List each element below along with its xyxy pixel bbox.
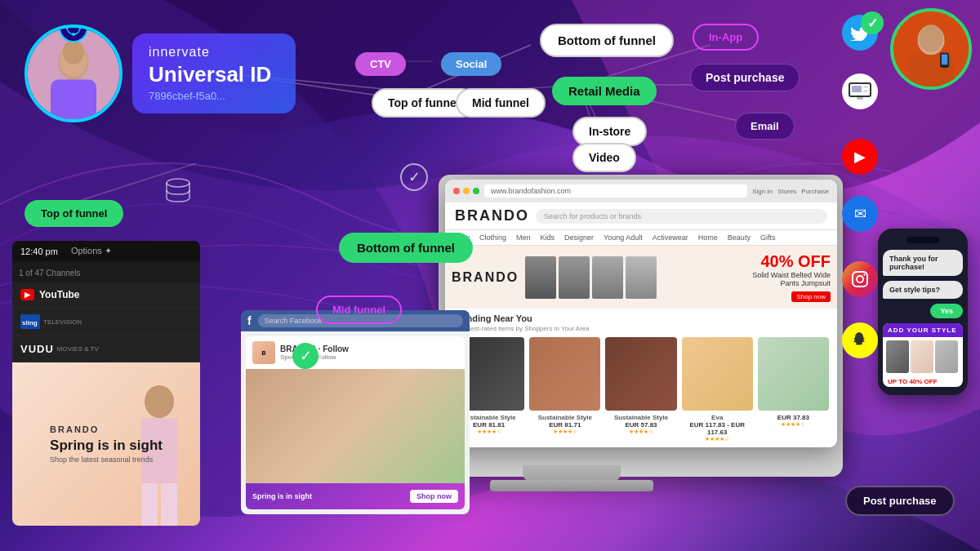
tv-app-vudu[interactable]: VUDU MOVIES & TV <box>12 336 200 362</box>
man-avatar-image <box>893 8 969 90</box>
svg-text:sling: sling <box>22 319 38 327</box>
nav-home[interactable]: Home <box>698 233 718 242</box>
mid-funnel-badge-label: Mid funnel <box>316 295 402 324</box>
id-hash: 7896cbef-f5a0... <box>149 90 279 102</box>
svg-rect-28 <box>141 483 158 526</box>
browser-actions: Sign InStoresPurchase <box>752 188 829 195</box>
nav-kids[interactable]: Kids <box>541 233 555 242</box>
tv-ad-image: BRANDO Spring is in sight Shop the lates… <box>12 362 200 526</box>
close-dot <box>453 188 460 194</box>
banner-img-1 <box>525 256 556 299</box>
instagram-icon[interactable] <box>842 261 878 297</box>
youtube-icon-wrapper[interactable]: ▶ <box>842 139 878 175</box>
nav-designer[interactable]: Designer <box>564 233 594 242</box>
svg-point-21 <box>63 40 84 64</box>
svg-point-14 <box>72 33 75 36</box>
trend-price-2: EUR 81.71 <box>529 421 600 429</box>
post-purchase-top-bubble: Post purchase <box>690 64 800 91</box>
trend-img-4 <box>682 337 753 411</box>
trend-style-3: Sustainable Style <box>605 414 676 421</box>
display-ad-icon-wrapper <box>842 73 878 109</box>
trend-style-2: Sustainable Style <box>529 414 600 421</box>
banner-offer: 40% OFF Solid Waist Belted Wide Pants Ju… <box>733 252 831 302</box>
avatar-ring <box>24 24 122 122</box>
svg-point-37 <box>863 273 865 275</box>
svg-rect-34 <box>857 97 863 100</box>
trend-item-4[interactable]: Eva EUR 117.83 - EUR 117.63 ★★★★☆ <box>682 337 753 442</box>
discount-percent: 40% OFF <box>733 252 831 271</box>
social-group: ✓ Social <box>441 56 457 72</box>
trending-grid: Sustainable Style EUR 81.81 ★★★★☆ Sustai… <box>453 337 829 442</box>
center-check: ✓ <box>400 163 428 191</box>
tv-time: 12:40 pm <box>20 247 58 256</box>
nav-men[interactable]: Men <box>516 233 531 242</box>
in-store-bubble: In-store <box>572 117 647 146</box>
nav-gifts[interactable]: Gifts <box>760 233 776 242</box>
browser-bar: www.brandofashion.com Sign InStoresPurch… <box>445 180 837 202</box>
vudu-label: VUDU <box>20 343 54 355</box>
facebook-logo: f <box>247 314 252 327</box>
url-bar[interactable]: www.brandofashion.com <box>484 184 747 198</box>
youtube-icon-side[interactable]: ▶ <box>842 139 878 175</box>
nav-activewear[interactable]: Activewear <box>653 233 688 242</box>
snapchat-icon-wrapper[interactable] <box>842 322 878 358</box>
svg-rect-32 <box>863 86 868 88</box>
svg-point-41 <box>919 25 942 52</box>
style-img-2 <box>911 340 933 373</box>
banner-images <box>525 256 657 299</box>
trend-img-2 <box>529 337 600 411</box>
instagram-icon-wrapper[interactable] <box>842 261 878 297</box>
trend-price-3: EUR 57.83 <box>605 421 676 429</box>
trend-item-5[interactable]: EUR 37.83 ★★★★☆ <box>758 337 829 442</box>
email-icon-wrapper[interactable]: ✉ <box>842 196 878 232</box>
ecomm-search[interactable]: Search for products or brands <box>536 209 827 224</box>
snapchat-icon[interactable] <box>842 322 878 358</box>
nav-young[interactable]: Young Adult <box>604 233 643 242</box>
add-style-header: ADD YOUR STYLE <box>883 323 963 337</box>
trend-img-5 <box>758 337 829 411</box>
trend-stars-2: ★★★★☆ <box>529 429 600 435</box>
tv-app-list: ▶ YouTube sling TELEVISION VUDU MOVIES &… <box>12 282 200 362</box>
yes-button[interactable]: Yes <box>930 304 963 318</box>
svg-rect-33 <box>863 90 868 92</box>
trend-item-3[interactable]: Sustainable Style EUR 57.83 ★★★★☆ <box>605 337 676 442</box>
tv-ad-headline: Spring is in sight <box>50 438 163 454</box>
tv-options: Options ✦ <box>71 246 112 256</box>
trend-stars-4: ★★★★☆ <box>682 436 753 442</box>
svg-point-15 <box>65 26 69 29</box>
style-tips-message: Get style tips? <box>883 281 963 299</box>
ecommerce-nav: New Clothing Men Kids Designer Young Adu… <box>445 230 837 246</box>
display-ad-icon <box>842 73 878 109</box>
tv-app-sling[interactable]: sling TELEVISION <box>12 308 200 336</box>
nav-clothing[interactable]: Clothing <box>479 233 506 242</box>
facebook-ad-footer: Spring is in sight Shop now <box>246 483 465 509</box>
svg-rect-43 <box>942 54 947 64</box>
promo-text: UP TO 40% OFF <box>883 376 963 387</box>
svg-point-26 <box>145 385 174 418</box>
facebook-ad-header: B BRANDO · Follow Sponsored · Follow <box>246 336 465 369</box>
in-app-bubble: In-App <box>693 24 759 51</box>
add-style-box: ADD YOUR STYLE UP TO 40% OFF <box>883 323 963 387</box>
email-icon[interactable]: ✉ <box>842 196 878 232</box>
trend-item-2[interactable]: Sustainable Style EUR 81.71 ★★★★☆ <box>529 337 600 442</box>
facebook-ad-cta-button[interactable]: Shop now <box>410 490 458 503</box>
brand-name: innervate <box>149 45 279 60</box>
universal-id-card: innervate Universal ID 7896cbef-f5a0... <box>24 24 296 122</box>
tof-badge-label: Top of funnel <box>24 200 123 227</box>
trend-img-3 <box>605 337 676 411</box>
trend-stars-3: ★★★★☆ <box>605 429 676 435</box>
banner-img-4 <box>626 256 657 299</box>
tv-app-youtube[interactable]: ▶ YouTube <box>12 282 200 308</box>
avatar-check-circle: ✓ <box>861 11 884 34</box>
svg-rect-19 <box>51 79 96 119</box>
nav-beauty[interactable]: Beauty <box>728 233 751 242</box>
banner-cta[interactable]: Shop now <box>791 291 831 302</box>
youtube-label: YouTube <box>39 289 80 300</box>
banner-description: Solid Waist Belted Wide Pants Jumpsuit <box>733 271 831 287</box>
monitor-stand <box>523 465 621 482</box>
trend-stars-5: ★★★★☆ <box>758 421 829 428</box>
video-bubble: Video <box>572 143 636 172</box>
facebook-ad-video[interactable]: ▶ <box>246 369 465 483</box>
facebook-screen: f Search Facebook B BRANDO · Follow Spon… <box>241 310 470 514</box>
svg-point-16 <box>78 26 82 29</box>
